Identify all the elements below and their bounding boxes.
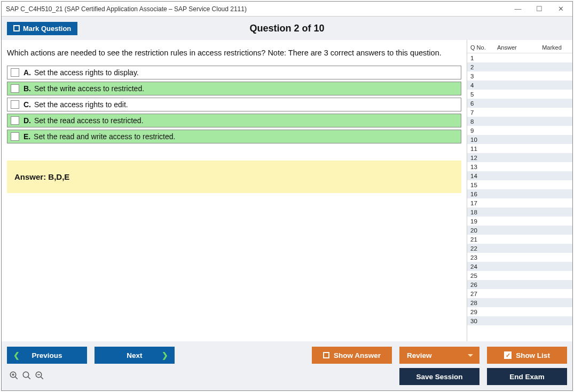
question-sidebar: Q No. Answer Marked 12345678910111213141… [467, 40, 572, 341]
option-text: A. Set the access rights to display. [23, 68, 139, 77]
sidebar-qno: 21 [470, 236, 497, 243]
show-answer-button[interactable]: Show Answer [312, 347, 392, 364]
sidebar-qno: 2 [470, 64, 497, 70]
sidebar-col-qno: Q No. [470, 44, 497, 51]
option-text: E. Set the read and write access to rest… [23, 132, 175, 141]
checkbox-icon[interactable] [11, 84, 19, 93]
sidebar-qno: 11 [470, 146, 497, 152]
checkbox-icon[interactable] [11, 68, 19, 77]
svg-point-4 [23, 372, 29, 378]
sidebar-row[interactable]: 20 [467, 226, 572, 235]
sidebar-qno: 20 [470, 227, 497, 234]
chevron-left-icon: ❮ [13, 351, 20, 359]
sidebar-row[interactable]: 15 [467, 180, 572, 189]
zoom-in-icon[interactable] [9, 371, 19, 383]
sidebar-row[interactable]: 16 [467, 189, 572, 198]
sidebar-row[interactable]: 25 [467, 271, 572, 280]
sidebar-row[interactable]: 17 [467, 198, 572, 207]
sidebar-row[interactable]: 13 [467, 162, 572, 171]
sidebar-row[interactable]: 7 [467, 108, 572, 117]
previous-button[interactable]: ❮ Previous [7, 347, 87, 364]
next-label: Next [127, 351, 142, 359]
sidebar-row[interactable]: 24 [467, 262, 572, 271]
checkbox-checked-icon: ✓ [504, 351, 512, 359]
content-area: Which actions are needed to see the rest… [2, 40, 467, 341]
sidebar-row[interactable]: 22 [467, 244, 572, 253]
sidebar-row[interactable]: 14 [467, 171, 572, 180]
app-window: SAP C_C4H510_21 (SAP Certified Applicati… [1, 1, 573, 391]
maximize-button[interactable]: ☐ [529, 2, 550, 16]
answer-box: Answer: B,D,E [7, 161, 461, 193]
zoom-out-icon[interactable] [35, 371, 44, 383]
sidebar-qno: 10 [470, 137, 497, 143]
sidebar-qno: 22 [470, 245, 497, 252]
chevron-right-icon: ❯ [162, 351, 168, 359]
sidebar-row[interactable]: 29 [467, 307, 572, 316]
save-session-label: Save Session [416, 373, 462, 381]
option-text: C. Set the access rights to edit. [23, 100, 128, 109]
sidebar-row[interactable]: 1 [467, 53, 572, 62]
show-answer-label: Show Answer [334, 351, 381, 359]
close-button[interactable]: ✕ [550, 2, 571, 16]
sidebar-list[interactable]: 1234567891011121314151617181920212223242… [467, 53, 572, 341]
sidebar-row[interactable]: 27 [467, 289, 572, 298]
sidebar-row[interactable]: 5 [467, 90, 572, 99]
save-session-button[interactable]: Save Session [399, 368, 479, 385]
option-row[interactable]: B. Set the write access to restricted. [7, 82, 461, 95]
checkbox-icon[interactable] [11, 132, 19, 141]
sidebar-col-marked: Marked [534, 44, 569, 51]
sidebar-qno: 27 [470, 291, 497, 297]
sidebar-row[interactable]: 28 [467, 298, 572, 307]
sidebar-qno: 24 [470, 263, 497, 270]
sidebar-row[interactable]: 11 [467, 144, 572, 153]
footer-row-1: ❮ Previous Next ❯ Show Answer Review ✓ S… [7, 347, 567, 364]
sidebar-row[interactable]: 8 [467, 117, 572, 126]
checkbox-icon [13, 25, 20, 31]
sidebar-row[interactable]: 18 [467, 207, 572, 217]
sidebar-qno: 15 [470, 182, 497, 188]
mark-question-label: Mark Question [23, 25, 71, 33]
option-row[interactable]: E. Set the read and write access to rest… [7, 130, 461, 143]
option-row[interactable]: D. Set the read access to restricted. [7, 114, 461, 127]
window-title: SAP C_C4H510_21 (SAP Certified Applicati… [6, 5, 247, 13]
sidebar-row[interactable]: 4 [467, 81, 572, 90]
mark-question-button[interactable]: Mark Question [7, 22, 77, 35]
next-button[interactable]: Next ❯ [95, 347, 175, 364]
option-row[interactable]: C. Set the access rights to edit. [7, 98, 461, 111]
sidebar-qno: 12 [470, 155, 497, 161]
sidebar-qno: 23 [470, 254, 497, 261]
sidebar-row[interactable]: 23 [467, 253, 572, 262]
option-text: D. Set the read access to restricted. [23, 116, 144, 125]
sidebar-qno: 3 [470, 73, 497, 79]
body-area: Which actions are needed to see the rest… [2, 40, 572, 341]
end-exam-button[interactable]: End Exam [487, 368, 567, 385]
sidebar-row[interactable]: 12 [467, 153, 572, 162]
option-text: B. Set the write access to restricted. [23, 84, 144, 93]
sidebar-row[interactable]: 10 [467, 135, 572, 144]
sidebar-row[interactable]: 3 [467, 71, 572, 81]
minimize-button[interactable]: — [507, 2, 529, 16]
review-label: Review [407, 351, 432, 359]
zoom-controls [7, 371, 44, 383]
sidebar-row[interactable]: 30 [467, 316, 572, 325]
sidebar-qno: 13 [470, 164, 497, 170]
checkbox-icon[interactable] [11, 100, 19, 109]
show-list-button[interactable]: ✓ Show List [487, 347, 567, 364]
option-row[interactable]: A. Set the access rights to display. [7, 66, 461, 79]
sidebar-row[interactable]: 21 [467, 235, 572, 244]
zoom-icon[interactable] [22, 371, 32, 383]
sidebar-row[interactable]: 19 [467, 217, 572, 226]
sidebar-row[interactable]: 9 [467, 126, 572, 135]
window-controls: — ☐ ✕ [507, 2, 571, 16]
svg-line-1 [15, 377, 18, 379]
sidebar-row[interactable]: 2 [467, 62, 572, 71]
sidebar-qno: 26 [470, 282, 497, 288]
sidebar-qno: 16 [470, 191, 497, 197]
review-button[interactable]: Review [399, 347, 479, 364]
sidebar-qno: 7 [470, 109, 497, 116]
checkbox-icon[interactable] [11, 116, 19, 125]
sidebar-row[interactable]: 26 [467, 280, 572, 289]
sidebar-row[interactable]: 6 [467, 99, 572, 108]
header-bar: Mark Question Question 2 of 10 [2, 17, 572, 40]
sidebar-qno: 25 [470, 273, 497, 279]
